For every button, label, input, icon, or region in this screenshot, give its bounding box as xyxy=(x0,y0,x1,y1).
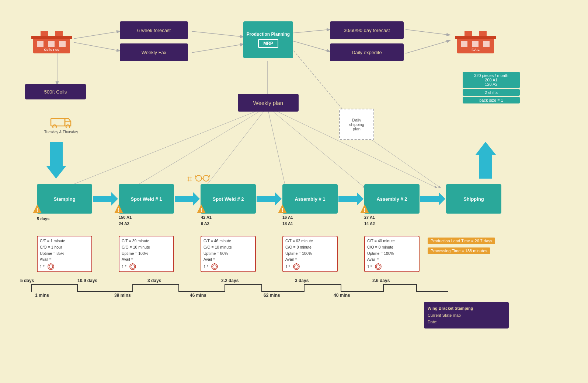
svg-text:!: ! xyxy=(36,207,38,213)
timeline-mins-2: 46 mins xyxy=(190,293,206,298)
svg-rect-22 xyxy=(37,41,44,47)
svg-point-41 xyxy=(196,175,202,181)
bottom-legend: Wing Bracket Stamping Current State map … xyxy=(424,302,509,328)
svg-rect-21 xyxy=(31,36,72,39)
info-spotweld2: C/T = 46 minute C/O = 10 minute Uptime =… xyxy=(201,236,256,272)
warning-stamping: ! xyxy=(32,204,42,215)
timeline-days-3: 2.2 days xyxy=(221,278,239,283)
info-assembly1: C/T = 62 minute C/O = 0 minute Uptime = … xyxy=(282,236,338,272)
svg-point-74 xyxy=(376,265,380,268)
svg-line-1 xyxy=(74,42,120,51)
station-assembly-2: Assembly # 2 xyxy=(364,184,420,214)
svg-text:!: ! xyxy=(118,207,120,213)
arrow-5 xyxy=(420,192,445,207)
inv-stamping: 5 days xyxy=(37,217,49,221)
timeline-days-0: 5 days xyxy=(20,278,34,283)
processing-time-label: Processing Time = 188 minutes xyxy=(428,247,490,254)
svg-point-36 xyxy=(53,125,56,128)
info-stamping: C/T = 1 minute C/O = 1 hour Uptime = 85%… xyxy=(37,236,92,272)
glasses-icon: ⌗ xyxy=(187,174,210,184)
svg-line-7 xyxy=(406,41,450,53)
info-assembly2: C/T = 40 minute C/O = 0 minute Uptime = … xyxy=(364,236,420,272)
week-forecast-box: 6 week forecast xyxy=(120,21,188,39)
svg-marker-39 xyxy=(46,142,66,179)
svg-rect-32 xyxy=(483,41,490,47)
timeline-svg xyxy=(20,281,463,310)
svg-text:!: ! xyxy=(201,207,202,213)
svg-line-45 xyxy=(209,175,210,177)
svg-point-65 xyxy=(131,265,135,268)
warning-assembly2: ! xyxy=(359,204,370,215)
svg-text:!: ! xyxy=(364,207,366,213)
supplier-right: F.A.L xyxy=(453,26,498,55)
warning-spotweld2: ! xyxy=(196,204,206,215)
production-planning-box: Production Planning MRP xyxy=(243,21,293,58)
weekly-plan-box: Weekly plan xyxy=(238,94,299,112)
station-stamping: Stamping xyxy=(37,184,92,214)
daily-shipping-plan: Daily shipping plan xyxy=(339,109,374,140)
svg-point-68 xyxy=(213,265,216,268)
big-arrow-down-left xyxy=(46,142,66,180)
svg-line-11 xyxy=(205,107,267,188)
timeline-mins-3: 62 mins xyxy=(264,293,280,298)
svg-rect-24 xyxy=(59,41,66,47)
inv-spotweld2: 42 A1 6 A2 xyxy=(201,214,212,226)
svg-line-44 xyxy=(195,175,196,177)
station-shipping: Shipping xyxy=(446,184,501,214)
svg-point-62 xyxy=(49,265,53,268)
truck-delivery: Tuesday & Thursday xyxy=(44,114,78,135)
info-spotweld1: C/T = 39 minute C/O = 10 minute Uptime =… xyxy=(119,236,174,272)
timeline-days-2: 3 days xyxy=(147,278,161,283)
coils-box: 500ft Coils xyxy=(25,84,86,99)
svg-marker-50 xyxy=(420,192,445,205)
inv-spotweld1: 150 A1 24 A2 xyxy=(119,214,132,226)
svg-line-2 xyxy=(192,31,243,37)
svg-line-3 xyxy=(192,44,243,53)
svg-text:Coils r us: Coils r us xyxy=(44,48,59,52)
customer-info: 320 pieces / month 200 A1 120 A2 2 shift… xyxy=(463,72,520,103)
inv-assembly1: 16 A1 18 A1 xyxy=(282,214,293,226)
timeline-mins-4: 40 mins xyxy=(334,293,350,298)
svg-line-6 xyxy=(406,29,450,35)
svg-line-5 xyxy=(291,41,330,52)
svg-line-4 xyxy=(291,29,330,33)
timeline-days-5: 2.6 days xyxy=(372,278,390,283)
svg-marker-40 xyxy=(476,142,496,179)
svg-text:F.A.L: F.A.L xyxy=(472,48,480,52)
svg-rect-31 xyxy=(472,41,479,47)
svg-line-0 xyxy=(74,31,120,39)
timeline-days-1: 10.9 days xyxy=(77,278,97,283)
station-spot-weld-1: Spot Weld # 1 xyxy=(119,184,174,214)
svg-rect-30 xyxy=(461,41,467,47)
station-assembly-1: Assembly # 1 xyxy=(282,184,338,214)
timeline-mins-0: 1 mins xyxy=(35,293,49,298)
timeline-mins-1: 39 mins xyxy=(114,293,131,298)
delivery-schedule: Tuesday & Thursday xyxy=(44,130,78,135)
daily-expedite-box: Daily expedite xyxy=(330,43,404,61)
svg-rect-34 xyxy=(51,119,65,126)
svg-rect-23 xyxy=(48,41,55,47)
svg-point-71 xyxy=(295,265,298,268)
station-spot-weld-2: Spot Weld # 2 xyxy=(201,184,256,214)
svg-point-42 xyxy=(203,175,209,181)
svg-rect-29 xyxy=(455,36,496,39)
canvas: Coils r us F.A.L 6 week forecast Weekly … xyxy=(0,0,588,383)
supplier-left: Coils r us xyxy=(29,26,74,55)
big-arrow-up-right xyxy=(476,142,496,180)
warning-assembly1: ! xyxy=(277,204,288,215)
timeline-days-4: 3 days xyxy=(295,278,309,283)
day-forecast-box: 30/60/90 day forecast xyxy=(330,21,404,39)
svg-line-16 xyxy=(361,133,441,188)
mrp-label: MRP xyxy=(258,39,278,48)
lead-time-label: Production Lead Time = 26.7 days xyxy=(428,238,495,244)
svg-line-9 xyxy=(65,107,267,188)
svg-line-12 xyxy=(267,107,286,188)
svg-text:!: ! xyxy=(282,207,283,213)
warning-spotweld1: ! xyxy=(114,204,124,215)
svg-point-37 xyxy=(66,125,70,128)
weekly-fax-box: Weekly Fax xyxy=(120,43,188,61)
inv-assembly2: 27 A1 14 A2 xyxy=(364,214,375,226)
